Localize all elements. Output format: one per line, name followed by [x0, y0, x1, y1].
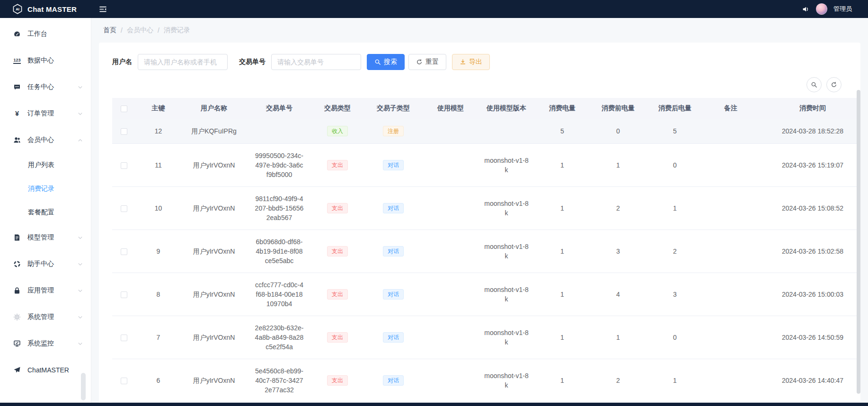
app-title: Chat MASTER	[27, 5, 77, 13]
row-checkbox[interactable]	[121, 335, 127, 341]
sidebar-item-yen[interactable]: ¥订单管理	[0, 100, 91, 127]
transaction-type-badge: 支出	[327, 203, 348, 213]
sidebar-item-gear[interactable]: 系统管理	[0, 304, 91, 330]
collapse-sidebar-icon[interactable]	[99, 5, 107, 13]
sidebar-item-dashboard[interactable]: 工作台	[0, 21, 91, 47]
sidebar-item-label: 系统监控	[27, 339, 54, 348]
sidebar-item-document[interactable]: 模型管理	[0, 224, 91, 251]
sidebar-item-label: 订单管理	[27, 109, 54, 118]
sidebar-item-data123[interactable]: 123数据中心	[0, 47, 91, 74]
cell-id: 7	[136, 316, 181, 359]
sidebar-scrollbar[interactable]	[81, 373, 86, 400]
current-user-label[interactable]: 管理员	[833, 5, 852, 13]
cell-subtype: 对话	[363, 230, 423, 273]
breadcrumb-item: 会员中心	[127, 26, 153, 35]
breadcrumb-item[interactable]: 首页	[103, 26, 116, 35]
column-header: 用户名称	[181, 98, 247, 119]
volume-icon[interactable]	[802, 5, 810, 13]
cell-power: 1	[535, 187, 590, 230]
transaction-subtype-badge: 对话	[383, 375, 404, 386]
sidebar-item-label: 数据中心	[27, 56, 54, 65]
content-scrollbar[interactable]	[857, 90, 860, 394]
reset-button[interactable]: 重置	[408, 54, 446, 70]
sidebar-item-monitor[interactable]: 系统监控	[0, 330, 91, 357]
data123-icon: 123	[13, 58, 21, 64]
transaction-subtype-badge: 对话	[383, 332, 404, 343]
sidebar-subitem[interactable]: 套餐配置	[0, 201, 91, 224]
transaction-type-badge: 支出	[327, 375, 348, 386]
cell-id: 12	[136, 119, 181, 144]
row-checkbox[interactable]	[121, 248, 127, 255]
cell-subtype: 对话	[363, 187, 423, 230]
sidebar-item-lock[interactable]: 应用管理	[0, 277, 91, 304]
username-label: 用户名	[112, 58, 132, 66]
sidebar-item-label: 助手中心	[27, 260, 54, 268]
search-button[interactable]: 搜索	[367, 54, 405, 70]
monitor-icon	[13, 340, 21, 347]
table-row: 6用户yIrVOxnN5e4560c8-eb99-40c7-857c-34272…	[112, 359, 860, 402]
export-button[interactable]: 导出	[452, 54, 490, 70]
table-row: 8用户yIrVOxnNccfcc777-cd0c-4f68-b184-00e18…	[112, 273, 860, 316]
cell-power: 1	[535, 359, 590, 402]
column-header: 交易子类型	[363, 98, 423, 119]
cell-time: 2024-03-26 15:00:03	[758, 273, 860, 316]
sidebar-subitem[interactable]: 用户列表	[0, 153, 91, 177]
cell-type: 支出	[311, 230, 363, 273]
table-row: 9用户yIrVOxnN6b0968d0-df68-4b19-9d1e-8f08c…	[112, 230, 860, 273]
row-checkbox[interactable]	[121, 291, 127, 298]
cell-power-before: 2	[590, 187, 647, 230]
transaction-type-badge: 支出	[327, 160, 348, 170]
chevron-down-icon	[77, 84, 83, 90]
cell-power-before: 3	[590, 230, 647, 273]
app-window: AI Chat MASTER 管理员 工作台123数据中心任务中心¥订单管理会员…	[0, 0, 868, 406]
cell-user: 用户yIrVOxnN	[181, 359, 247, 402]
sidebar-item-chat[interactable]: 任务中心	[0, 74, 91, 100]
table-row: 12用户KQFuIPRg收入注册5052024-03-28 18:52:28	[112, 119, 860, 144]
sidebar-item-users[interactable]: 会员中心	[0, 127, 91, 153]
cell-remark	[703, 230, 758, 273]
column-header: 使用模型	[423, 98, 478, 119]
cell-time: 2024-03-26 14:50:59	[758, 316, 860, 359]
breadcrumb: 首页/会员中心/消费记录	[91, 18, 868, 36]
cell-remark	[703, 144, 758, 187]
table-refresh-button[interactable]	[826, 77, 841, 92]
cell-remark	[703, 273, 758, 316]
sidebar-item-label: 应用管理	[27, 286, 54, 295]
cell-type: 收入	[311, 119, 363, 144]
cell-type: 支出	[311, 316, 363, 359]
sidebar-subitem[interactable]: 消费记录	[0, 177, 91, 201]
sidebar-item-label: ChatMASTER	[27, 366, 69, 374]
transaction-type-badge: 支出	[327, 289, 348, 300]
transaction-subtype-badge: 对话	[383, 246, 404, 256]
table-search-button[interactable]	[806, 77, 822, 92]
sidebar-item-send[interactable]: ChatMASTER	[0, 357, 91, 383]
cell-power-before: 2	[590, 359, 647, 402]
table-row: 10用户yIrVOxnN9811cf90-49f9-4207-bbd5-1565…	[112, 187, 860, 230]
svg-text:AI: AI	[16, 7, 19, 11]
refresh-icon	[416, 59, 423, 65]
cell-time: 2024-03-26 15:19:07	[758, 144, 860, 187]
column-header: 备注	[703, 98, 758, 119]
username-input[interactable]	[138, 54, 228, 70]
select-all-checkbox[interactable]	[121, 106, 127, 112]
cell-user: 用户yIrVOxnN	[181, 273, 247, 316]
avatar[interactable]	[816, 3, 827, 15]
breadcrumb-item: 消费记录	[164, 26, 190, 35]
order-number-label: 交易单号	[239, 58, 266, 66]
cell-user: 用户yIrVOxnN	[181, 144, 247, 187]
cell-model	[423, 230, 478, 273]
order-number-input[interactable]	[271, 54, 361, 70]
row-checkbox[interactable]	[121, 378, 127, 384]
chevron-down-icon	[77, 288, 83, 294]
row-checkbox[interactable]	[121, 205, 127, 212]
sidebar-item-assistant[interactable]: 助手中心	[0, 251, 91, 277]
row-checkbox[interactable]	[121, 162, 127, 169]
column-header: 主键	[136, 98, 181, 119]
table-header: 主键用户名称交易单号交易类型交易子类型使用模型使用模型版本消费电量消费前电量消费…	[112, 98, 860, 119]
transaction-type-badge: 支出	[327, 332, 348, 343]
cell-subtype: 注册	[363, 119, 423, 144]
cell-model-version: moonshot-v1-8k	[478, 230, 535, 273]
row-checkbox[interactable]	[121, 128, 127, 135]
lock-icon	[13, 287, 21, 294]
cell-txn: 5e4560c8-eb99-40c7-857c-34272e77ac32	[247, 359, 311, 402]
